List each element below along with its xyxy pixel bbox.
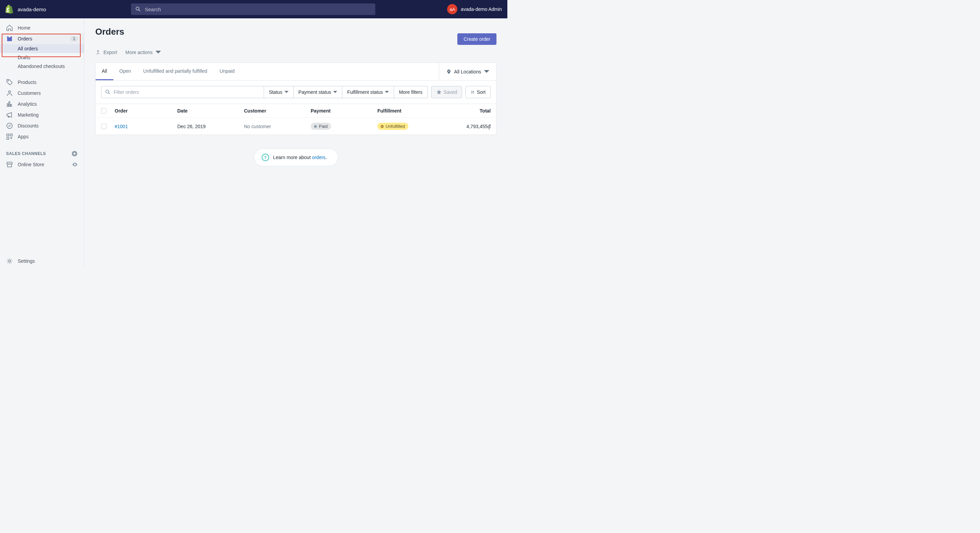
filter-orders-input-wrap[interactable] [101,86,264,98]
topbar-user[interactable]: aA avada-demo Admin [447,4,502,14]
marketing-icon [6,111,13,118]
sales-channels-heading: SALES CHANNELS [0,148,84,159]
more-actions-button[interactable]: More actions [125,50,161,55]
analytics-icon [6,101,13,108]
sidebar-item-label: Online Store [18,162,44,167]
sidebar-item-settings[interactable]: Settings [0,255,84,266]
search-icon [135,6,141,12]
more-filters-button[interactable]: More filters [394,86,427,98]
more-actions-label: More actions [125,50,153,55]
sidebar-item-marketing[interactable]: Marketing [0,109,84,121]
sidebar-item-label: Customers [18,90,41,96]
order-link[interactable]: #1001 [115,124,128,129]
sidebar-sub-abandoned[interactable]: Abandoned checkouts [0,62,84,71]
eye-icon[interactable] [72,162,78,168]
saved-filter-button[interactable]: Saved [431,86,463,98]
location-filter[interactable]: All Locations [439,63,496,80]
avatar: aA [447,4,457,14]
store-name: avada-demo [18,6,46,12]
fulfillment-badge: Unfulfilled [377,123,408,130]
more-filters-label: More filters [399,89,422,95]
gear-icon [6,258,13,265]
sidebar-item-label: Settings [18,259,35,264]
add-channel-icon[interactable] [71,150,78,157]
create-order-button[interactable]: Create order [457,33,496,45]
sort-label: Sort [477,89,485,95]
shopify-logo-icon [5,5,14,14]
sidebar-item-orders[interactable]: Orders 1 [0,33,84,44]
sidebar-item-label: Apps [18,134,29,140]
tab-unfulfilled[interactable]: Unfulfilled and partially fulfilled [137,63,213,80]
sidebar-item-online-store[interactable]: Online Store [0,159,84,170]
topbar: avada-demo aA avada-demo Admin [0,0,508,18]
sidebar-item-apps[interactable]: Apps [0,131,84,142]
learn-more-text: Learn more about orders. [273,155,327,160]
learn-more-link[interactable]: orders [312,155,326,160]
filter-orders-input[interactable] [114,89,260,95]
sidebar-item-label: Orders [18,36,32,41]
sidebar-sub-all-orders[interactable]: All orders [0,44,84,53]
sidebar-item-label: Products [18,79,37,85]
payment-badge: Paid [311,123,331,130]
fulfillment-status-filter-button[interactable]: Fulfillment status [342,86,394,98]
tab-open[interactable]: Open [113,63,137,80]
customers-icon [6,90,13,97]
th-payment: Payment [311,108,377,114]
payment-status-filter-button[interactable]: Payment status [294,86,343,98]
row-checkbox[interactable] [101,124,107,129]
admin-name: avada-demo Admin [461,6,502,12]
chevron-down-icon [385,90,389,94]
search-input[interactable] [145,6,371,12]
select-all-checkbox[interactable] [101,108,107,114]
sidebar-sub-drafts[interactable]: Drafts [0,53,84,62]
th-date: Date [177,108,244,114]
chevron-down-icon [285,90,288,94]
th-fulfillment: Fulfillment [377,108,444,114]
payment-status-label: Payment status [298,89,331,95]
export-icon [95,50,101,55]
sidebar-sub-label: Abandoned checkouts [18,63,65,69]
section-label: SALES CHANNELS [6,151,46,156]
search-box[interactable] [131,3,375,15]
export-label: Export [103,50,117,55]
sidebar: Home Orders 1 All orders Drafts Abandone… [0,18,84,266]
th-customer: Customer [244,108,311,114]
logo-wrap: avada-demo [5,5,46,14]
sidebar-item-products[interactable]: Products [0,77,84,88]
svg-rect-3 [10,134,12,136]
help-icon: ? [262,154,269,161]
tabs: All Open Unfulfilled and partially fulfi… [95,63,439,80]
learn-more-box: ? Learn more about orders. [254,149,338,166]
chevron-down-icon [333,90,337,94]
tab-all[interactable]: All [95,63,113,80]
tab-unpaid[interactable]: Unpaid [213,63,240,80]
saved-label: Saved [444,89,457,95]
sidebar-item-label: Discounts [18,123,38,128]
main-content: Orders Create order Export More actions … [84,18,508,266]
cell-total: 4,793,455₫ [444,124,491,129]
table-header: Order Date Customer Payment Fulfillment … [95,104,496,117]
status-label: Status [269,89,282,95]
svg-rect-2 [7,134,9,136]
th-order: Order [115,108,177,114]
sort-button[interactable]: Sort [466,86,491,98]
orders-badge: 1 [70,36,78,41]
sidebar-item-discounts[interactable]: Discounts [0,121,84,131]
chevron-down-icon [484,69,489,75]
cell-customer: No customer [244,124,311,129]
export-button[interactable]: Export [95,50,117,55]
orders-card: All Open Unfulfilled and partially fulfi… [95,63,496,135]
svg-point-0 [8,91,11,93]
table-row[interactable]: #1001 Dec 26, 2019 No customer Paid Unfu… [95,117,496,135]
sidebar-item-home[interactable]: Home [0,22,84,33]
sidebar-item-customers[interactable]: Customers [0,88,84,98]
learn-prefix: Learn more about [273,155,312,160]
location-label: All Locations [454,69,481,75]
cell-date: Dec 26, 2019 [177,124,244,129]
status-filter-button[interactable]: Status [264,86,294,98]
search-icon [105,89,111,95]
chevron-down-icon [156,50,161,55]
search-wrap [131,3,375,15]
sidebar-item-analytics[interactable]: Analytics [0,98,84,109]
store-icon [6,161,13,168]
